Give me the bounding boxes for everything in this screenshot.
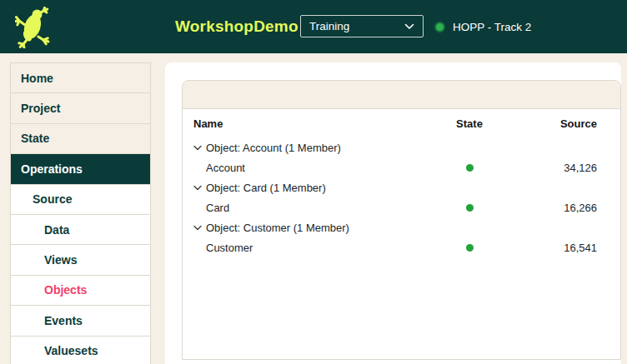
top-header-bar: WorkshopDemo Training HOPP - Track 2: [0, 0, 627, 53]
status-label: HOPP - Track 2: [453, 21, 531, 33]
sidebar-item-label: Project: [21, 102, 60, 115]
tree-group-row[interactable]: Object: Account (1 Member): [183, 137, 620, 157]
sidebar-item-label: Source: [33, 192, 72, 206]
chevron-down-icon[interactable]: [193, 185, 202, 191]
chevron-down-icon: [404, 23, 414, 30]
sidebar-item-label: Objects: [44, 283, 87, 297]
sidebar-item-label: Home: [21, 72, 53, 85]
sidebar-item-label: State: [21, 132, 49, 145]
row-source-count: 16,541: [506, 242, 620, 254]
sidebar-item-operations[interactable]: Operations: [11, 154, 150, 184]
row-name: Card: [183, 202, 433, 214]
environment-select-value: Training: [309, 20, 349, 32]
sidebar-item-label: Data: [44, 223, 69, 237]
row-name: Account: [183, 162, 433, 174]
table-row[interactable]: Card16,266: [183, 197, 620, 217]
sidebar-item-label: Events: [44, 314, 83, 327]
state-dot-icon: [466, 204, 474, 212]
chevron-down-icon[interactable]: [193, 225, 202, 231]
chevron-down-icon[interactable]: [193, 145, 202, 151]
table-header-row: Name State Source: [183, 109, 620, 137]
group-label: Object: Card (1 Member): [206, 182, 326, 194]
sidebar-item-data[interactable]: Data: [11, 215, 150, 245]
sidebar-item-home[interactable]: Home: [11, 63, 150, 93]
sidebar-item-project[interactable]: Project: [11, 93, 150, 123]
sidebar-item-events[interactable]: Events: [11, 306, 150, 336]
sidebar-item-source[interactable]: Source: [11, 185, 150, 215]
state-dot-icon: [466, 244, 474, 252]
row-name: Customer: [183, 242, 433, 254]
column-header-state: State: [433, 117, 506, 130]
state-dot-icon: [466, 164, 474, 172]
sidebar-item-label: Views: [44, 253, 77, 267]
table-row[interactable]: Customer16,541: [183, 237, 620, 257]
sidebar-item-state[interactable]: State: [11, 124, 150, 154]
tree-group-row[interactable]: Object: Card (1 Member): [183, 177, 620, 197]
row-source-count: 16,266: [506, 202, 620, 214]
environment-select[interactable]: Training: [300, 15, 424, 37]
status-dot-icon: [434, 22, 445, 32]
row-source-count: 34,126: [506, 162, 620, 174]
table-row[interactable]: Account34,126: [183, 157, 620, 177]
column-header-name: Name: [183, 117, 433, 130]
sidebar-item-valuesets[interactable]: Valuesets: [11, 337, 150, 364]
sidebar-nav: HomeProjectStateOperationsSourceDataView…: [10, 62, 151, 364]
connection-status: HOPP - Track 2: [434, 0, 531, 53]
group-label: Object: Customer (1 Member): [206, 222, 349, 234]
table-body: Object: Account (1 Member)Account34,126O…: [183, 137, 620, 257]
card-header: [183, 81, 620, 109]
sidebar-item-objects[interactable]: Objects: [11, 276, 150, 306]
tree-group-row[interactable]: Object: Customer (1 Member): [183, 217, 620, 237]
sidebar-item-label: Operations: [21, 162, 83, 176]
app-title: WorkshopDemo: [175, 0, 298, 53]
sidebar-item-label: Valuesets: [44, 344, 98, 357]
sidebar-item-views[interactable]: Views: [11, 245, 150, 275]
group-label: Object: Account (1 Member): [206, 142, 341, 154]
column-header-source: Source: [506, 117, 620, 130]
objects-card: Name State Source Object: Account (1 Mem…: [182, 80, 621, 360]
frog-logo-icon: [15, 7, 52, 48]
